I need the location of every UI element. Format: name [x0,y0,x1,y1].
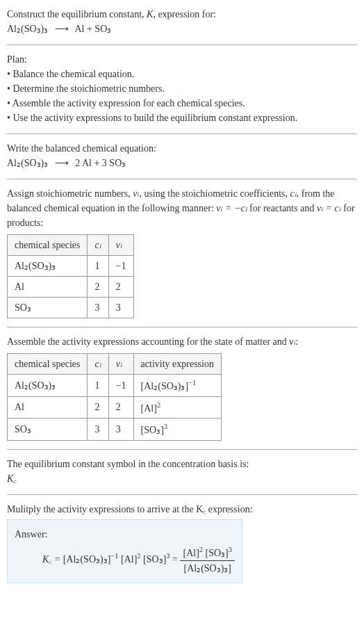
divider [7,44,357,45]
term1-exp: −1 [110,552,118,560]
balanced-left: Al₂(SO₃)₃ [7,158,48,168]
cell-activity: [Al]2 [133,396,221,419]
cell-activity: [SO₃]3 [133,419,221,441]
fraction-denominator: [Al₂(SO₃)₃] [180,561,235,576]
num2-base: [SO₃] [206,548,229,558]
num2-exp: 3 [229,546,232,553]
answer-expression: K꜀ = [Al₂(SO₃)₃]−1 [Al]2 [SO₃]3 = [Al]2 … [15,542,235,576]
cell-species: Al [8,396,88,419]
col-ci: cᵢ [88,235,108,256]
answer-box: Answer: K꜀ = [Al₂(SO₃)₃]−1 [Al]2 [SO₃]3 … [7,519,242,583]
col-nu: νᵢ [108,354,133,375]
act-base: [Al₂(SO₃)₃] [141,381,189,391]
cell-ci: 1 [88,256,108,277]
cell-species: SO₃ [8,419,88,441]
ci-symbol: cᵢ [290,188,297,199]
divider [7,327,357,327]
num1-base: [Al] [183,548,199,558]
arrow-icon: ⟶ [51,24,73,34]
equals: = [172,554,180,565]
table-row: Al 2 2 [Al]2 [8,396,222,419]
term2-exp: 2 [137,552,140,560]
act-base: [SO₃] [141,425,164,435]
assemble-block: Assemble the activity expressions accoun… [7,334,357,441]
cell-nu: 2 [108,277,133,298]
term1-base: [Al₂(SO₃)₃] [63,554,111,565]
intro-eq-left: Al₂(SO₃)₃ [7,24,48,34]
intro-eq-right: Al + SO₃ [74,24,111,34]
fraction: [Al]2 [SO₃]3 [Al₂(SO₃)₃] [180,544,235,576]
table-header-row: chemical species cᵢ νᵢ [8,235,134,256]
act-base: [Al] [141,403,157,413]
term3-exp: 3 [166,552,169,560]
assign-text: , using the stoichiometric coefficients, [139,188,290,199]
activity-table: chemical species cᵢ νᵢ activity expressi… [7,353,222,441]
cell-ci: 3 [88,419,108,441]
arrow-icon: ⟶ [51,158,73,168]
term3-base: [SO₃] [143,554,166,565]
cell-species: Al [8,277,88,298]
plan-block: Plan: • Balance the chemical equation. •… [7,52,357,125]
act-exp: 3 [164,423,167,430]
plan-item-text: Assemble the activity expression for eac… [13,98,245,108]
stoich-table: chemical species cᵢ νᵢ Al₂(SO₃)₃ 1 −1 Al… [7,234,134,318]
cell-nu: −1 [108,256,133,277]
intro-text-1: Construct the equilibrium constant, [7,9,147,19]
divider [7,179,357,179]
num1-exp: 2 [199,546,203,553]
plan-item: • Assemble the activity expression for e… [7,96,357,111]
col-ci: cᵢ [88,354,108,375]
plan-item: • Balance the chemical equation. [7,67,357,81]
basis-block: The equilibrium constant symbol in the c… [7,457,357,486]
act-exp: −1 [188,379,196,387]
assign-text: for reactants and [247,203,317,213]
table-row: Al 2 2 [8,277,134,298]
plan-item-text: Use the activity expressions to build th… [13,113,297,123]
k-symbol: K [147,9,153,19]
plan-item: • Use the activity expressions to build … [7,111,357,125]
table-header-row: chemical species cᵢ νᵢ activity expressi… [8,354,222,375]
multiply-text: Mulitply the activity expressions to arr… [7,502,357,517]
col-species: chemical species [8,235,88,256]
fraction-numerator: [Al]2 [SO₃]3 [180,544,235,561]
divider [7,494,357,495]
plan-title: Plan: [7,52,357,67]
cell-ci: 2 [88,396,108,419]
cell-nu: 3 [108,298,133,318]
table-row: SO₃ 3 3 [8,298,134,318]
term2-base: [Al] [121,554,137,565]
balanced-block: Write the balanced chemical equation: Al… [7,141,357,170]
kc-symbol: K꜀ [7,471,357,486]
cell-ci: 2 [88,277,108,298]
plan-item-text: Determine the stoichiometric numbers. [13,83,165,94]
balanced-right: 2 Al + 3 SO₃ [75,158,126,168]
assign-eq1: νᵢ = −cᵢ [216,203,247,213]
divider [7,133,357,134]
act-exp: 2 [157,401,160,409]
cell-ci: 3 [88,298,108,318]
balanced-title: Write the balanced chemical equation: [7,141,357,156]
table-row: SO₃ 3 3 [SO₃]3 [8,419,222,441]
assign-block: Assign stoichiometric numbers, νᵢ, using… [7,186,357,318]
plan-item-text: Balance the chemical equation. [13,69,134,79]
cell-species: Al₂(SO₃)₃ [8,375,88,397]
cell-ci: 1 [88,375,108,397]
assign-text: Assign stoichiometric numbers, [7,188,133,199]
kc-lhs: K꜀ = [42,554,63,565]
multiply-block: Mulitply the activity expressions to arr… [7,502,357,583]
cell-activity: [Al₂(SO₃)₃]−1 [133,375,221,397]
answer-label: Answer: [15,527,235,542]
cell-species: SO₃ [8,298,88,318]
intro-block: Construct the equilibrium constant, K, e… [7,7,357,36]
assemble-text: Assemble the activity expressions accoun… [7,334,357,349]
intro-text-2: , expression for: [153,9,216,19]
col-nu: νᵢ [108,235,133,256]
cell-species: Al₂(SO₃)₃ [8,256,88,277]
table-row: Al₂(SO₃)₃ 1 −1 [8,256,134,277]
divider [7,449,357,450]
basis-text: The equilibrium constant symbol in the c… [7,457,357,471]
cell-nu: −1 [108,375,133,397]
cell-nu: 3 [108,419,133,441]
table-row: Al₂(SO₃)₃ 1 −1 [Al₂(SO₃)₃]−1 [8,375,222,397]
col-species: chemical species [8,354,88,375]
